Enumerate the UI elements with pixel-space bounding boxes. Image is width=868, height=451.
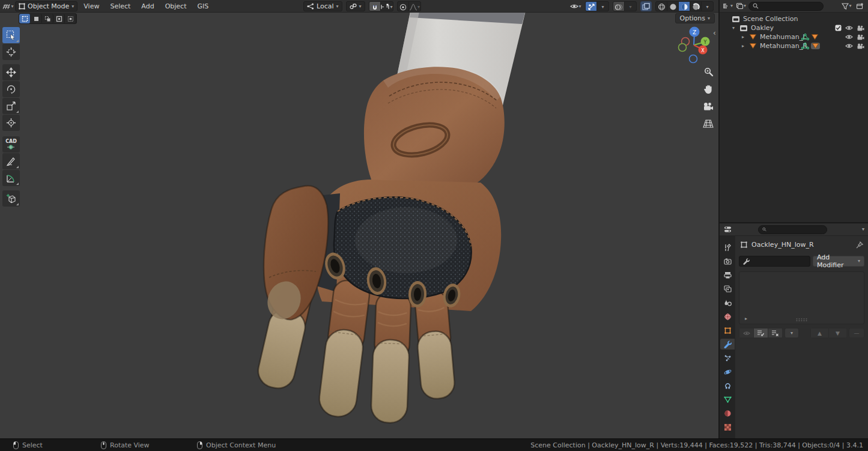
tool-annotate[interactable] (2, 153, 20, 169)
shading-rendered-button[interactable] (690, 2, 702, 11)
overlays-options-select[interactable]: ▾ (625, 2, 636, 11)
select-mode-subtract-button[interactable] (42, 14, 53, 23)
mesh-triangle-data-icon[interactable] (812, 43, 819, 49)
xray-toggle[interactable] (640, 1, 652, 11)
outliner-filter-button[interactable]: ▾ (841, 1, 852, 11)
options-button[interactable]: Options ▾ (675, 13, 715, 23)
panel-grip-handle[interactable] (796, 318, 807, 321)
hide-eye-icon[interactable] (845, 25, 853, 31)
outliner-row-metahuman-l[interactable]: ▸ Metahuman_L (720, 32, 868, 41)
transform-orientation-select[interactable]: Local ▾ (303, 1, 342, 11)
pivot-point-select[interactable]: ▾ (346, 1, 365, 11)
tab-object[interactable] (720, 325, 735, 336)
select-mode-set-button[interactable] (19, 14, 31, 23)
tab-view-layer[interactable] (720, 283, 735, 294)
tab-material[interactable] (720, 408, 735, 419)
disable-render-camera-icon[interactable] (857, 34, 864, 40)
proportional-falloff-select[interactable]: ▾ (409, 2, 420, 11)
gizmo-neg-z[interactable] (690, 55, 697, 63)
gizmo-neg-y[interactable] (679, 44, 687, 52)
show-overlays-toggle[interactable] (613, 2, 625, 11)
pin-icon[interactable] (856, 241, 863, 249)
extras-dropdown-button[interactable]: ▾ (785, 328, 799, 338)
select-mode-intersect-button[interactable] (65, 14, 76, 23)
modifier-search-field[interactable] (739, 256, 810, 267)
outliner-filter-id-select[interactable]: ▾ (735, 1, 747, 11)
proportional-edit-toggle[interactable] (398, 2, 409, 11)
mesh-data-icon[interactable] (801, 43, 809, 49)
snap-toggle[interactable] (369, 2, 381, 11)
tool-transform[interactable] (2, 115, 20, 131)
tab-output[interactable] (720, 270, 735, 280)
camera-view-button[interactable] (702, 100, 715, 113)
move-down-button[interactable]: ▼ (828, 328, 846, 338)
tool-cursor[interactable] (2, 44, 20, 60)
hide-eye-icon[interactable] (845, 43, 853, 49)
menu-gis[interactable]: GIS (192, 0, 213, 13)
snap-target-select[interactable]: ▾ (381, 2, 393, 11)
tab-render[interactable] (720, 256, 735, 267)
properties-display-select[interactable]: ▾ (722, 225, 733, 235)
new-collection-button[interactable] (854, 1, 866, 11)
move-view-button[interactable] (702, 82, 715, 95)
disable-render-camera-icon[interactable] (857, 43, 864, 49)
shading-wireframe-button[interactable] (656, 2, 667, 11)
shading-material-button[interactable] (679, 2, 690, 11)
editor-type-button[interactable]: ▾ (2, 1, 14, 11)
tab-scene[interactable] (720, 297, 735, 308)
mesh-triangle-data-icon[interactable] (811, 34, 819, 40)
move-up-button[interactable]: ▲ (810, 328, 828, 338)
outliner-display-mode-select[interactable]: ▾ (722, 1, 733, 11)
select-mode-invert-button[interactable] (53, 14, 65, 23)
tab-object-data[interactable] (720, 394, 735, 405)
remove-button[interactable]: — (849, 328, 864, 338)
sidebar-collapse-arrow[interactable]: ‹ (713, 29, 716, 37)
disclosure-open-icon[interactable]: ▾ (730, 25, 736, 31)
collection-checkbox[interactable] (835, 25, 842, 31)
show-object-types-select[interactable]: ▾ (570, 1, 581, 11)
tab-particles[interactable] (720, 353, 735, 363)
outliner-row-metahuman-r[interactable]: ▸ Metahuman_R (720, 41, 868, 50)
shading-solid-button[interactable] (667, 2, 679, 11)
tool-scale[interactable] (2, 98, 20, 114)
tab-modifiers[interactable] (720, 339, 735, 350)
menu-view[interactable]: View (79, 0, 104, 13)
disable-render-camera-icon[interactable] (857, 25, 864, 31)
hide-eye-icon[interactable] (845, 34, 853, 40)
disclosure-closed-icon[interactable]: ▸ (740, 43, 746, 49)
outliner-row-scene-collection[interactable]: Scene Collection (720, 14, 868, 23)
tool-rotate[interactable] (2, 81, 20, 97)
remove-list-button[interactable] (768, 328, 782, 338)
tab-tool[interactable] (720, 242, 735, 253)
disclosure-closed-icon[interactable]: ▸ (740, 34, 746, 40)
outliner-row-oakley[interactable]: ▾ Oakley (720, 23, 868, 32)
tool-measure[interactable] (2, 170, 20, 186)
tab-texture[interactable] (720, 422, 735, 432)
properties-search-input[interactable] (769, 226, 823, 233)
properties-search[interactable] (758, 225, 827, 234)
menu-select[interactable]: Select (105, 0, 135, 13)
chevron-down-icon[interactable]: ▾ (862, 227, 864, 232)
modifier-stack-panel[interactable]: ▸ (739, 271, 864, 324)
show-gizmo-toggle[interactable] (586, 2, 597, 11)
mesh-data-icon[interactable] (801, 34, 809, 40)
apply-list-button[interactable] (753, 328, 768, 338)
menu-add[interactable]: Add (136, 0, 159, 13)
navigation-gizmo[interactable]: Z Y X (672, 24, 718, 67)
viewport-canvas[interactable] (0, 0, 718, 438)
zoom-view-button[interactable] (702, 65, 715, 78)
panel-disclosure-icon[interactable]: ▸ (743, 316, 749, 321)
outliner-search[interactable] (748, 2, 824, 11)
tool-add-cube[interactable] (2, 190, 20, 207)
toggle-perspective-button[interactable] (702, 117, 715, 130)
tool-select-box[interactable] (2, 27, 20, 43)
viewport-3d[interactable]: ▾ Object Mode ▾ View Select Add Object G… (0, 0, 718, 438)
select-mode-extend-button[interactable] (31, 14, 42, 23)
gizmo-options-select[interactable]: ▾ (597, 2, 609, 11)
tool-move[interactable] (2, 64, 20, 80)
menu-object[interactable]: Object (160, 0, 192, 13)
shading-options-select[interactable]: ▾ (702, 2, 713, 11)
tab-constraints[interactable] (720, 380, 735, 391)
mode-select[interactable]: Object Mode ▾ (15, 1, 77, 11)
tab-world[interactable] (720, 311, 735, 322)
